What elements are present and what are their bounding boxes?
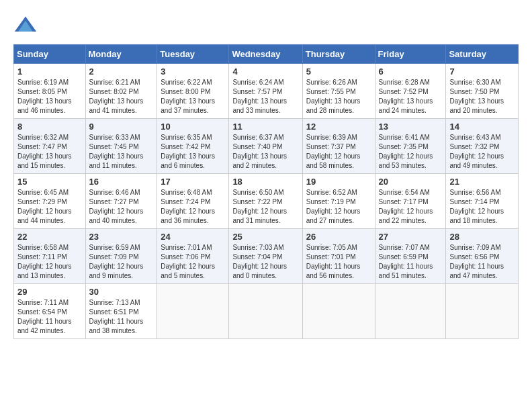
logo <box>13 13 42 38</box>
calendar-cell: 21Sunrise: 6:56 AM Sunset: 7:14 PM Dayli… <box>446 174 519 229</box>
day-number: 5 <box>306 66 371 77</box>
day-header-sunday: Sunday <box>14 45 86 64</box>
calendar-cell: 6Sunrise: 6:28 AM Sunset: 7:52 PM Daylig… <box>375 64 446 119</box>
calendar-cell: 26Sunrise: 7:05 AM Sunset: 7:01 PM Dayli… <box>302 229 375 284</box>
day-header-thursday: Thursday <box>302 45 375 64</box>
day-number: 16 <box>89 177 154 187</box>
day-number: 26 <box>306 232 371 242</box>
day-info: Sunrise: 6:56 AM Sunset: 7:14 PM Dayligh… <box>449 188 515 226</box>
day-info: Sunrise: 6:24 AM Sunset: 7:57 PM Dayligh… <box>232 78 298 116</box>
calendar-cell: 22Sunrise: 6:58 AM Sunset: 7:11 PM Dayli… <box>14 229 86 284</box>
day-info: Sunrise: 6:22 AM Sunset: 8:00 PM Dayligh… <box>161 78 225 116</box>
calendar-cell: 2Sunrise: 6:21 AM Sunset: 8:02 PM Daylig… <box>85 64 157 119</box>
day-number: 20 <box>379 177 443 187</box>
calendar-week-row: 22Sunrise: 6:58 AM Sunset: 7:11 PM Dayli… <box>14 229 519 284</box>
day-info: Sunrise: 6:30 AM Sunset: 7:50 PM Dayligh… <box>449 78 515 116</box>
day-info: Sunrise: 6:41 AM Sunset: 7:35 PM Dayligh… <box>379 133 443 171</box>
calendar-cell: 4Sunrise: 6:24 AM Sunset: 7:57 PM Daylig… <box>229 64 302 119</box>
day-info: Sunrise: 6:21 AM Sunset: 8:02 PM Dayligh… <box>89 78 154 116</box>
day-info: Sunrise: 6:39 AM Sunset: 7:37 PM Dayligh… <box>306 133 371 171</box>
day-header-monday: Monday <box>85 45 157 64</box>
calendar-cell: 13Sunrise: 6:41 AM Sunset: 7:35 PM Dayli… <box>375 119 446 174</box>
day-info: Sunrise: 6:59 AM Sunset: 7:09 PM Dayligh… <box>89 243 154 281</box>
calendar-cell: 23Sunrise: 6:59 AM Sunset: 7:09 PM Dayli… <box>85 229 157 284</box>
day-info: Sunrise: 6:48 AM Sunset: 7:24 PM Dayligh… <box>161 188 225 226</box>
day-number: 9 <box>89 122 154 132</box>
calendar-cell: 8Sunrise: 6:32 AM Sunset: 7:47 PM Daylig… <box>14 119 86 174</box>
day-number: 10 <box>161 122 225 132</box>
calendar-cell: 11Sunrise: 6:37 AM Sunset: 7:40 PM Dayli… <box>229 119 302 174</box>
day-number: 3 <box>161 66 225 77</box>
calendar-cell <box>446 284 519 339</box>
day-info: Sunrise: 6:32 AM Sunset: 7:47 PM Dayligh… <box>17 133 82 171</box>
day-info: Sunrise: 7:01 AM Sunset: 7:06 PM Dayligh… <box>161 243 225 281</box>
day-info: Sunrise: 6:43 AM Sunset: 7:32 PM Dayligh… <box>449 133 515 171</box>
calendar-cell <box>375 284 446 339</box>
calendar-cell: 25Sunrise: 7:03 AM Sunset: 7:04 PM Dayli… <box>229 229 302 284</box>
day-info: Sunrise: 6:35 AM Sunset: 7:42 PM Dayligh… <box>161 133 225 171</box>
calendar-cell <box>157 284 229 339</box>
day-number: 22 <box>17 232 82 242</box>
calendar-cell: 12Sunrise: 6:39 AM Sunset: 7:37 PM Dayli… <box>302 119 375 174</box>
day-info: Sunrise: 6:54 AM Sunset: 7:17 PM Dayligh… <box>379 188 443 226</box>
day-number: 18 <box>232 177 298 187</box>
calendar-cell: 20Sunrise: 6:54 AM Sunset: 7:17 PM Dayli… <box>375 174 446 229</box>
calendar-week-row: 8Sunrise: 6:32 AM Sunset: 7:47 PM Daylig… <box>14 119 519 174</box>
calendar-cell: 28Sunrise: 7:09 AM Sunset: 6:56 PM Dayli… <box>446 229 519 284</box>
day-info: Sunrise: 7:05 AM Sunset: 7:01 PM Dayligh… <box>306 243 371 281</box>
day-info: Sunrise: 6:28 AM Sunset: 7:52 PM Dayligh… <box>379 78 443 116</box>
calendar-cell: 1Sunrise: 6:19 AM Sunset: 8:05 PM Daylig… <box>14 64 86 119</box>
day-number: 2 <box>89 66 154 77</box>
day-info: Sunrise: 6:58 AM Sunset: 7:11 PM Dayligh… <box>17 243 82 281</box>
day-header-wednesday: Wednesday <box>229 45 302 64</box>
day-info: Sunrise: 7:03 AM Sunset: 7:04 PM Dayligh… <box>232 243 298 281</box>
day-info: Sunrise: 6:52 AM Sunset: 7:19 PM Dayligh… <box>306 188 371 226</box>
day-number: 6 <box>379 66 443 77</box>
day-number: 23 <box>89 232 154 242</box>
calendar-cell: 15Sunrise: 6:45 AM Sunset: 7:29 PM Dayli… <box>14 174 86 229</box>
day-number: 29 <box>17 287 82 297</box>
day-info: Sunrise: 6:46 AM Sunset: 7:27 PM Dayligh… <box>89 188 154 226</box>
day-number: 24 <box>161 232 225 242</box>
day-info: Sunrise: 6:37 AM Sunset: 7:40 PM Dayligh… <box>232 133 298 171</box>
calendar-cell: 17Sunrise: 6:48 AM Sunset: 7:24 PM Dayli… <box>157 174 229 229</box>
day-number: 19 <box>306 177 371 187</box>
calendar-cell: 14Sunrise: 6:43 AM Sunset: 7:32 PM Dayli… <box>446 119 519 174</box>
day-number: 14 <box>449 122 515 132</box>
day-number: 7 <box>449 66 515 77</box>
day-number: 8 <box>17 122 82 132</box>
day-header-saturday: Saturday <box>446 45 519 64</box>
calendar-week-row: 1Sunrise: 6:19 AM Sunset: 8:05 PM Daylig… <box>14 64 519 119</box>
calendar-week-row: 15Sunrise: 6:45 AM Sunset: 7:29 PM Dayli… <box>14 174 519 229</box>
calendar-cell: 10Sunrise: 6:35 AM Sunset: 7:42 PM Dayli… <box>157 119 229 174</box>
day-info: Sunrise: 6:26 AM Sunset: 7:55 PM Dayligh… <box>306 78 371 116</box>
logo-icon <box>13 13 38 38</box>
calendar-cell: 30Sunrise: 7:13 AM Sunset: 6:51 PM Dayli… <box>85 284 157 339</box>
day-number: 13 <box>379 122 443 132</box>
day-number: 28 <box>449 232 515 242</box>
calendar-cell: 16Sunrise: 6:46 AM Sunset: 7:27 PM Dayli… <box>85 174 157 229</box>
calendar-cell: 9Sunrise: 6:33 AM Sunset: 7:45 PM Daylig… <box>85 119 157 174</box>
day-info: Sunrise: 7:11 AM Sunset: 6:54 PM Dayligh… <box>17 298 82 336</box>
calendar-cell: 3Sunrise: 6:22 AM Sunset: 8:00 PM Daylig… <box>157 64 229 119</box>
calendar-cell: 27Sunrise: 7:07 AM Sunset: 6:59 PM Dayli… <box>375 229 446 284</box>
day-number: 27 <box>379 232 443 242</box>
calendar-cell: 24Sunrise: 7:01 AM Sunset: 7:06 PM Dayli… <box>157 229 229 284</box>
day-number: 17 <box>161 177 225 187</box>
calendar-cell <box>302 284 375 339</box>
calendar-table: SundayMondayTuesdayWednesdayThursdayFrid… <box>13 44 519 339</box>
calendar-week-row: 29Sunrise: 7:11 AM Sunset: 6:54 PM Dayli… <box>14 284 519 339</box>
day-info: Sunrise: 6:19 AM Sunset: 8:05 PM Dayligh… <box>17 78 82 116</box>
page-header <box>13 13 519 38</box>
day-header-friday: Friday <box>375 45 446 64</box>
day-number: 12 <box>306 122 371 132</box>
day-info: Sunrise: 6:45 AM Sunset: 7:29 PM Dayligh… <box>17 188 82 226</box>
calendar-cell: 18Sunrise: 6:50 AM Sunset: 7:22 PM Dayli… <box>229 174 302 229</box>
calendar-header-row: SundayMondayTuesdayWednesdayThursdayFrid… <box>14 45 519 64</box>
day-header-tuesday: Tuesday <box>157 45 229 64</box>
day-info: Sunrise: 6:33 AM Sunset: 7:45 PM Dayligh… <box>89 133 154 171</box>
calendar-cell <box>229 284 302 339</box>
calendar-cell: 7Sunrise: 6:30 AM Sunset: 7:50 PM Daylig… <box>446 64 519 119</box>
day-number: 30 <box>89 287 154 297</box>
day-info: Sunrise: 7:09 AM Sunset: 6:56 PM Dayligh… <box>449 243 515 281</box>
